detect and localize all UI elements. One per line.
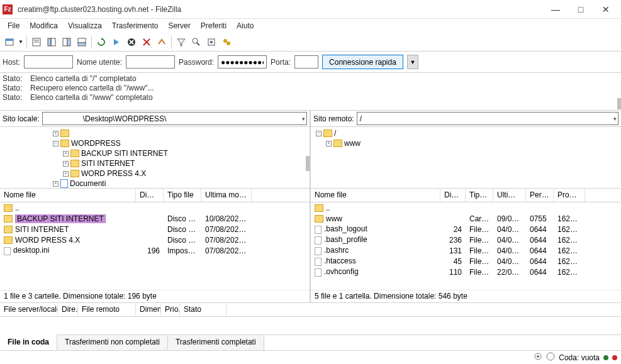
tree-collapse-icon[interactable]: −: [53, 141, 59, 146]
log-message: Recupero elenco cartella di "/www"...: [30, 84, 154, 93]
local-path-combo[interactable]: \Desktop\WORDPRESS\▾: [42, 112, 307, 125]
qcol-size[interactable]: Dimen...: [136, 303, 161, 316]
cell-type: File BA...: [466, 225, 493, 234]
queue-body[interactable]: [0, 317, 621, 334]
tree-expand-icon[interactable]: +: [53, 131, 59, 136]
cell-type: File HT...: [466, 257, 493, 266]
local-tree-scrollbar[interactable]: [306, 156, 310, 171]
cell-mod: 04/05/20...: [493, 257, 526, 266]
toggle-localtree-icon[interactable]: [45, 35, 59, 49]
list-item[interactable]: SITI INTERNETDisco locale07/08/2024...: [0, 224, 310, 234]
filter-icon[interactable]: [174, 35, 188, 49]
port-input[interactable]: [294, 55, 318, 69]
remote-file-list: Nome file Dime... Tipo file Ultima m... …: [311, 189, 621, 302]
quickconnect-dropdown[interactable]: ▼: [407, 55, 418, 69]
user-input[interactable]: [126, 55, 175, 69]
folder-icon: [315, 215, 323, 223]
cell-mod: 04/05/20...: [493, 225, 526, 234]
remote-path-combo[interactable]: /▾: [357, 112, 618, 125]
list-item[interactable]: BACKUP SITI INTERNETDisco locale10/08/20…: [0, 213, 310, 224]
qcol-remote[interactable]: File remoto: [78, 303, 136, 316]
menu-visualizza[interactable]: Visualizza: [63, 20, 107, 31]
menu-file[interactable]: File: [3, 20, 25, 31]
tree-expand-icon[interactable]: +: [63, 171, 69, 177]
queue-text: Coda: vuota: [559, 353, 600, 362]
tab-success[interactable]: Trasferimenti completati: [168, 335, 264, 350]
sitemanager-dropdown-icon[interactable]: ▼: [18, 35, 24, 49]
list-item[interactable]: .bashrc131File BA...04/05/20...064416201…: [311, 245, 621, 256]
col-size[interactable]: Dimen...: [136, 189, 164, 202]
file-name: WORD PRESS 4.X: [15, 236, 80, 245]
list-item[interactable]: ..: [0, 202, 310, 213]
menu-aiuto[interactable]: Aiuto: [232, 20, 259, 31]
disconnect-icon[interactable]: [140, 35, 154, 49]
tree-collapse-icon[interactable]: −: [316, 131, 322, 136]
log-scrollbar[interactable]: [617, 98, 621, 109]
quickconnect-button[interactable]: Connessione rapida: [322, 55, 403, 69]
col-own[interactable]: Proprie...: [554, 189, 585, 202]
file-name: .bashrc: [324, 246, 349, 255]
cancel-icon[interactable]: [125, 35, 138, 49]
col-type[interactable]: Tipo file: [164, 189, 201, 202]
menu-trasferimento[interactable]: Trasferimento: [107, 20, 164, 31]
host-input[interactable]: [24, 55, 73, 69]
sync-browse-icon[interactable]: [204, 35, 218, 49]
reconnect-icon[interactable]: [155, 35, 169, 49]
menu-modifica[interactable]: Modifica: [25, 20, 63, 31]
col-mod[interactable]: Ultima mod...: [201, 189, 252, 202]
user-label: Nome utente:: [77, 58, 122, 67]
qcol-dir[interactable]: Dire...: [58, 303, 78, 316]
toggle-log-icon[interactable]: [30, 35, 43, 49]
pass-input[interactable]: [218, 55, 267, 69]
list-item[interactable]: .htaccess45File HT...04/05/20...06441620…: [311, 256, 621, 267]
list-item[interactable]: wwwCartell...09/08/20...0755162011...: [311, 213, 621, 224]
col-name[interactable]: Nome file: [311, 189, 440, 202]
tree-expand-icon[interactable]: +: [63, 151, 69, 157]
tab-failed[interactable]: Trasferimenti non completati: [57, 335, 168, 350]
col-name[interactable]: Nome file: [0, 189, 136, 202]
toggle-remotetree-icon[interactable]: [60, 35, 74, 49]
refresh-icon[interactable]: [94, 35, 108, 49]
qcol-prio[interactable]: Prio...: [161, 303, 180, 316]
cell-perm: 0644: [526, 257, 554, 266]
menu-preferiti[interactable]: Preferiti: [196, 20, 232, 31]
qcol-server[interactable]: File server/locale: [0, 303, 58, 316]
list-item[interactable]: WORD PRESS 4.XDisco locale07/08/2024...: [0, 234, 310, 245]
tree-expand-icon[interactable]: +: [63, 161, 69, 167]
maximize-button[interactable]: □: [568, 0, 593, 19]
cell-mod: 07/08/2024...: [201, 225, 252, 234]
list-item[interactable]: .ovhconfig110File OV...22/06/20...064416…: [311, 267, 621, 277]
log-label: Stato:: [3, 84, 30, 93]
file-name: www: [326, 214, 342, 223]
remote-tree[interactable]: −/ +www: [311, 127, 621, 188]
process-queue-icon[interactable]: [109, 35, 123, 49]
col-type[interactable]: Tipo file: [466, 189, 493, 202]
search-icon[interactable]: [220, 35, 233, 49]
col-mod[interactable]: Ultima m...: [493, 189, 526, 202]
remote-list-body[interactable]: ..wwwCartell...09/08/20...0755162011....…: [311, 202, 621, 290]
close-button[interactable]: ✕: [593, 0, 618, 19]
menu-server[interactable]: Server: [163, 20, 195, 31]
list-item[interactable]: .bash_profile236File BA...04/05/20...064…: [311, 234, 621, 245]
local-list-body[interactable]: ..BACKUP SITI INTERNETDisco locale10/08/…: [0, 202, 310, 290]
col-perm[interactable]: Perme...: [526, 189, 554, 202]
list-item[interactable]: ..: [311, 202, 621, 213]
tree-expand-icon[interactable]: +: [53, 181, 59, 187]
gear-icon[interactable]: [534, 352, 542, 363]
qcol-status[interactable]: Stato: [180, 303, 227, 316]
svg-point-21: [227, 41, 230, 45]
local-tree[interactable]: + −WORDPRESS +BACKUP SITI INTERNET +SITI…: [0, 127, 311, 188]
tab-queued[interactable]: File in coda: [0, 334, 57, 350]
svg-rect-6: [51, 38, 55, 46]
toggle-queue-icon[interactable]: [75, 35, 89, 49]
sitemanager-icon[interactable]: [3, 35, 16, 49]
tree-item-label: SITI INTERNET: [81, 159, 135, 168]
list-item[interactable]: desktop.ini196Impostazio...07/08/2024...: [0, 245, 310, 256]
minimize-button[interactable]: —: [543, 0, 568, 19]
list-item[interactable]: .bash_logout24File BA...04/05/20...06441…: [311, 224, 621, 234]
tree-expand-icon[interactable]: +: [326, 141, 332, 146]
message-log[interactable]: Stato:Elenco cartella di "/" completato …: [0, 73, 621, 111]
menubar: File Modifica Visualizza Trasferimento S…: [0, 19, 621, 33]
compare-icon[interactable]: [189, 35, 203, 49]
col-size[interactable]: Dime...: [440, 189, 466, 202]
